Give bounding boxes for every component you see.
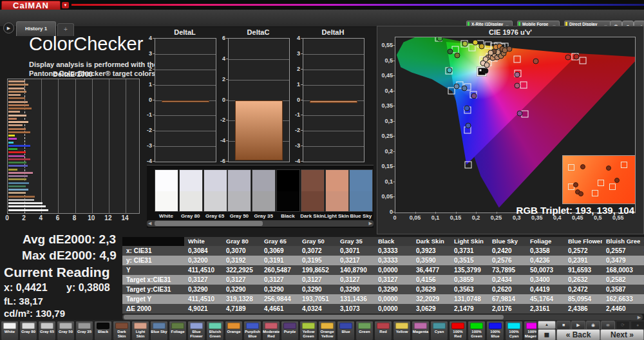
table-cell: 4,7189	[222, 304, 260, 314]
palette-chip	[489, 323, 502, 329]
table-row[interactable]: ΔE 20004,90214,71894,46614,03243,10730,0…	[122, 304, 644, 314]
y-tick-label: -3	[287, 142, 300, 149]
table-cell: 0,0000	[374, 294, 412, 304]
table-scrollbar[interactable]: ▶	[122, 314, 643, 320]
record-button[interactable]: ●	[630, 321, 644, 330]
palette-button-purple[interactable]: Purple	[281, 321, 299, 340]
delta-e-bar	[8, 205, 46, 207]
refresh-button[interactable]: ⟳	[616, 321, 630, 330]
palette-button-100--green[interactable]: 100% Green	[468, 321, 486, 340]
palette-button-orange-yellow[interactable]: Orange Yellow	[318, 321, 336, 340]
palette-chip-label: Cyan	[431, 330, 448, 339]
strip-scroll-right-icon[interactable]: ▶	[369, 220, 372, 227]
palette-button-light-skin[interactable]: Light Skin	[131, 321, 149, 340]
palette-button-100--cyan[interactable]: 100% Cyan	[505, 321, 523, 340]
palette-chip-label: Orange	[225, 330, 242, 339]
delta-e-bar	[8, 101, 28, 103]
table-row[interactable]: Target Y411,4510319,1328256,9844193,7051…	[122, 294, 644, 304]
palette-chip-label: Blue	[337, 330, 354, 339]
palette-button-gray-35[interactable]: Gray 35	[75, 321, 93, 340]
table-row[interactable]: Target x:CIE310,31270,31270,31270,31270,…	[122, 275, 644, 285]
palette-button-gray-80[interactable]: Gray 80	[19, 321, 37, 340]
delta-e-bar	[8, 91, 26, 93]
back-button-label: Back	[573, 330, 591, 339]
palette-button-gray-50[interactable]: Gray 50	[57, 321, 75, 340]
table-cell: 0,4059	[640, 285, 644, 294]
cie-x-tick-mark	[476, 212, 477, 214]
rgb-target-square	[592, 190, 598, 196]
palette-button-blue-flower[interactable]: Blue Flower	[187, 321, 205, 340]
rgb-measured-dot	[606, 165, 611, 171]
table-row[interactable]: y: CIE310,32000,31920,31910,31950,32170,…	[122, 256, 644, 265]
table-cell: 0,3479	[602, 256, 640, 265]
y-tick-label: 1	[139, 81, 152, 88]
table-cell: 0,3333	[374, 256, 412, 265]
palette-chip-label: Blue Sky	[151, 330, 167, 339]
cie-y-tick-label: 0,2	[377, 148, 393, 155]
delta-e-bar	[8, 108, 32, 109]
table-cell: 45,1764	[526, 294, 564, 304]
palette-button-cyan[interactable]: Cyan	[430, 321, 448, 340]
back-button[interactable]: « Back	[556, 329, 600, 340]
table-row[interactable]: x: CIE310,30840,30700,30690,30720,30710,…	[122, 246, 644, 256]
palette-button-100--blue[interactable]: 100% Blue	[486, 321, 504, 340]
gridline	[303, 54, 364, 55]
gridline	[229, 80, 289, 80]
palette-button-100--red[interactable]: 100% Red	[449, 321, 467, 340]
table-row[interactable]: Y411,4510322,2925260,5487199,8652140,879…	[122, 265, 644, 275]
palette-button-purplish-blue[interactable]: Purplish Blue	[243, 321, 261, 340]
palette-button-bluish-green[interactable]: Bluish Green	[206, 321, 224, 340]
strip-scrollbar[interactable]: ◀▶	[147, 220, 374, 227]
x-tick-label: 8	[68, 214, 81, 222]
palette-button-black[interactable]: Black	[94, 321, 112, 340]
cie-x-tick-mark	[415, 212, 416, 214]
nav-play-icon[interactable]: ▶	[3, 23, 14, 33]
play-button[interactable]: ▶	[571, 321, 585, 330]
palette-button-orange[interactable]: Orange	[225, 321, 243, 340]
next-button[interactable]: Next »	[600, 329, 644, 340]
table-row[interactable]: Target y:CIE310,32900,32900,32900,32900,…	[122, 285, 644, 294]
eject-icon[interactable]: ▲	[538, 321, 556, 329]
brand-gradient-line	[71, 4, 644, 6]
delta-e-bar	[8, 209, 48, 211]
rgb-measured-dot	[578, 191, 583, 196]
palette-button-white[interactable]: White	[1, 321, 19, 340]
cie-y-tick-label: 0,25	[377, 133, 393, 139]
palette-button-100--magenta[interactable]: 100% Magenta	[524, 321, 536, 340]
y-tick-mark	[226, 140, 228, 141]
palette-button-yellow[interactable]: Yellow	[393, 321, 411, 340]
cie-measured-dot	[448, 48, 453, 54]
palette-button-dark-skin[interactable]: Dark Skin	[113, 321, 131, 340]
palette-button-yellow-green[interactable]: Yellow Green	[299, 321, 317, 340]
x-tick-label: 4	[34, 214, 47, 222]
delta-e-bar	[8, 80, 25, 82]
y-tick-label: 0	[213, 97, 225, 103]
palette-button-moderate-red[interactable]: Moderate Red	[262, 321, 280, 340]
palette-button-green[interactable]: Green	[355, 321, 374, 340]
link-button[interactable]: ∞	[601, 321, 615, 330]
strip-scrollbar-thumb[interactable]	[155, 221, 263, 226]
palette-button-magenta[interactable]: Magenta	[412, 321, 430, 340]
table-cell: 0,5110	[640, 246, 644, 256]
palette-button-blue-sky[interactable]: Blue Sky	[150, 321, 168, 340]
palette-button-red[interactable]: Red	[374, 321, 392, 340]
palette-chip-label: Purple	[281, 330, 298, 339]
table-cell: 0,2391	[564, 256, 602, 265]
palette-button-foliage[interactable]: Foliage	[169, 321, 187, 340]
camera-button[interactable]: ◉	[586, 321, 600, 330]
table-scrollbar-thumb[interactable]	[124, 315, 504, 319]
table-cell: 0,3290	[336, 285, 374, 294]
stop-button[interactable]: ■	[556, 321, 571, 330]
palette-chip	[414, 323, 427, 329]
big-stop-button[interactable]: ◼	[538, 329, 556, 340]
palette-button-blue[interactable]: Blue	[337, 321, 355, 340]
y-tick-label: -1	[139, 111, 152, 118]
cie-y-tick-label: 0,15	[377, 163, 393, 169]
strip-scroll-left-icon[interactable]: ◀	[148, 220, 151, 227]
palette-button-gray-65[interactable]: Gray 65	[38, 321, 56, 340]
delta-e-bar	[8, 196, 35, 198]
table-scroll-right-icon[interactable]: ▶	[636, 314, 643, 320]
logo-menu-caret-icon[interactable]: ▾	[62, 2, 69, 8]
table-cell: 0,3217	[336, 256, 374, 265]
tab-bar: ▶ History 1 + X-Rite i1Display Retail OL…	[0, 10, 644, 27]
